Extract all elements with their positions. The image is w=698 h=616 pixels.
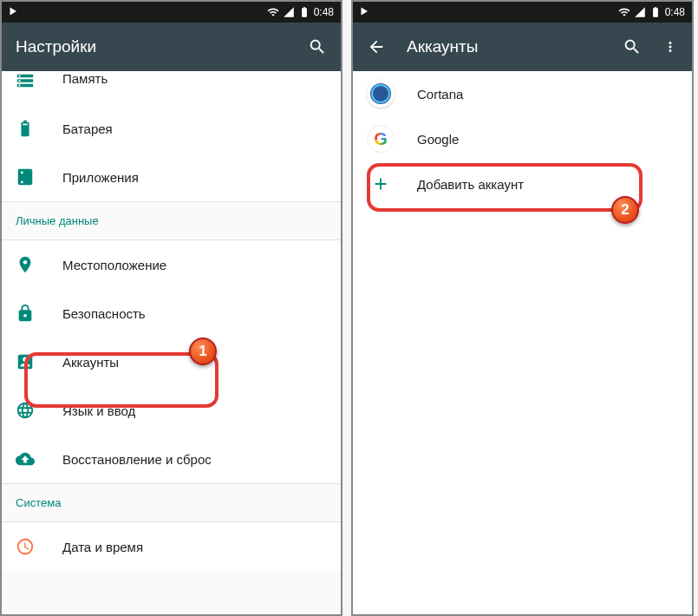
clock-icon xyxy=(16,537,35,556)
settings-item-accounts[interactable]: Аккаунты xyxy=(2,337,341,386)
settings-item-location[interactable]: Местоположение xyxy=(2,240,341,289)
settings-content: Память Батарея Приложения Личные данные … xyxy=(2,71,341,614)
accounts-content: Cortana G Google Добавить аккаунт xyxy=(353,71,692,614)
status-right: 0:48 xyxy=(618,6,685,18)
battery-icon xyxy=(649,6,662,18)
signal-icon xyxy=(283,6,295,18)
language-icon xyxy=(16,401,35,420)
status-time: 0:48 xyxy=(665,6,685,18)
settings-item-label: Батарея xyxy=(62,121,113,136)
status-left xyxy=(360,6,370,19)
backup-icon xyxy=(16,449,35,469)
google-icon: G xyxy=(367,125,395,153)
settings-item-label: Приложения xyxy=(62,170,139,185)
settings-item-label: Аккаунты xyxy=(62,355,119,370)
settings-item-language[interactable]: Язык и ввод xyxy=(2,386,341,435)
step-badge-1: 1 xyxy=(189,337,217,365)
settings-item-label: Память xyxy=(62,71,108,86)
settings-item-apps[interactable]: Приложения xyxy=(2,153,341,201)
wifi-icon xyxy=(267,6,279,18)
add-account-button[interactable]: Добавить аккаунт xyxy=(353,161,692,206)
back-icon[interactable] xyxy=(367,37,386,56)
settings-item-label: Язык и ввод xyxy=(62,403,135,418)
search-icon[interactable] xyxy=(623,37,642,56)
search-icon[interactable] xyxy=(308,37,327,56)
play-store-icon xyxy=(9,6,19,16)
settings-item-battery[interactable]: Батарея xyxy=(2,104,341,153)
battery-icon xyxy=(16,119,35,138)
apps-icon xyxy=(16,167,35,187)
add-account-label: Добавить аккаунт xyxy=(417,177,524,192)
phone-right-accounts: 0:48 Аккаунты Cortana G Google Добавить … xyxy=(351,0,694,616)
overflow-menu-icon[interactable] xyxy=(662,37,678,56)
account-label: Google xyxy=(417,132,459,147)
signal-icon xyxy=(634,6,646,18)
app-bar-title: Аккаунты xyxy=(407,37,602,56)
status-bar: 0:48 xyxy=(353,2,692,23)
settings-item-label: Местоположение xyxy=(62,258,166,272)
account-item-google[interactable]: G Google xyxy=(353,116,692,161)
memory-icon xyxy=(16,71,35,90)
step-badge-2: 2 xyxy=(611,196,639,224)
lock-icon xyxy=(16,304,35,323)
battery-icon xyxy=(298,6,310,18)
play-store-icon xyxy=(360,6,370,16)
account-label: Cortana xyxy=(417,87,463,102)
settings-item-datetime[interactable]: Дата и время xyxy=(2,522,341,571)
app-bar-accounts: Аккаунты xyxy=(353,23,692,71)
plus-icon xyxy=(371,174,390,193)
status-time: 0:48 xyxy=(314,6,334,18)
app-bar-settings: Настройки xyxy=(2,23,341,71)
settings-item-label: Восстановление и сброс xyxy=(62,452,212,467)
settings-item-security[interactable]: Безопасность xyxy=(2,289,341,337)
section-header-personal: Личные данные xyxy=(2,201,341,240)
status-bar: 0:48 xyxy=(2,2,341,23)
settings-item-memory[interactable]: Память xyxy=(2,71,341,104)
cortana-icon xyxy=(367,80,395,108)
settings-item-label: Дата и время xyxy=(62,540,143,554)
phone-left-settings: 0:48 Настройки Память Батарея Приложения… xyxy=(0,0,342,616)
account-item-cortana[interactable]: Cortana xyxy=(353,71,692,116)
app-bar-title: Настройки xyxy=(16,37,287,56)
settings-item-label: Безопасность xyxy=(62,306,146,321)
wifi-icon xyxy=(618,6,630,18)
section-header-system: Система xyxy=(2,483,341,522)
status-left xyxy=(9,6,19,19)
person-icon xyxy=(16,352,35,371)
settings-item-backup[interactable]: Восстановление и сброс xyxy=(2,435,341,483)
location-icon xyxy=(16,255,35,274)
status-right: 0:48 xyxy=(267,6,334,18)
